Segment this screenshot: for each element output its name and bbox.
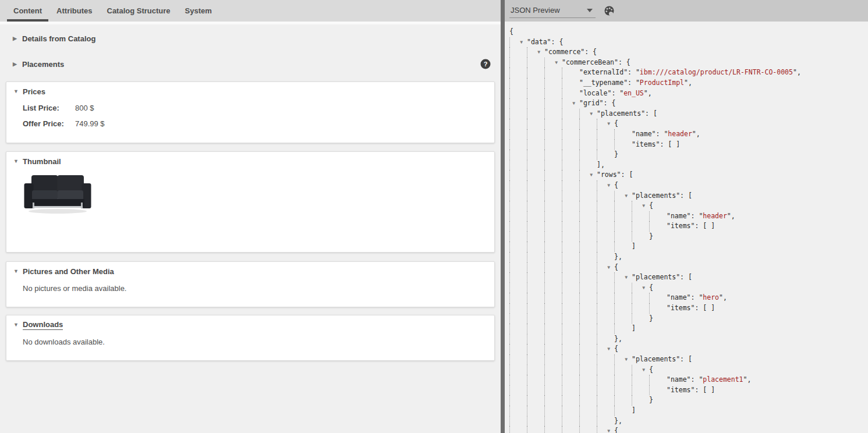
indent-guide xyxy=(527,119,544,129)
collapse-icon[interactable]: ▼ xyxy=(13,320,23,330)
indent-guide xyxy=(579,232,597,242)
indent-guide xyxy=(527,365,544,375)
indent-guide xyxy=(509,160,527,171)
indent-guide xyxy=(614,314,632,324)
downloads-empty-text: No downloads available. xyxy=(6,338,494,346)
collapse-toggle-icon[interactable]: ▼ xyxy=(527,47,544,58)
indent-guide xyxy=(544,191,562,201)
indent-guide xyxy=(509,344,527,354)
tab-attributes[interactable]: Attributes xyxy=(50,0,98,22)
indent-guide xyxy=(527,221,544,232)
indent-guide xyxy=(597,150,614,160)
section-pictures-and-other-media[interactable]: ▼ Pictures and Other Media xyxy=(6,262,494,276)
indent-guide xyxy=(579,191,597,201)
indent-guide xyxy=(544,221,562,232)
indent-guide xyxy=(527,283,544,293)
collapse-toggle-icon[interactable]: ▼ xyxy=(579,170,597,180)
indent-guide xyxy=(527,201,544,211)
indent-guide xyxy=(527,140,544,150)
json-line: "locale": "en_US", xyxy=(509,88,868,99)
indent-guide xyxy=(544,160,562,171)
json-line: ▼{ xyxy=(509,201,868,211)
palette-icon[interactable] xyxy=(604,6,615,16)
indent-guide xyxy=(562,426,579,433)
indent-guide xyxy=(614,293,632,303)
indent-guide xyxy=(562,334,579,345)
collapse-toggle-icon[interactable]: ▼ xyxy=(597,262,614,273)
collapse-icon[interactable]: ▼ xyxy=(13,156,23,166)
collapse-toggle-icon[interactable]: ▼ xyxy=(597,119,614,129)
indent-guide xyxy=(562,109,579,119)
indent-guide xyxy=(597,283,614,293)
json-code-text: "name": "placement1", xyxy=(667,375,751,385)
json-line: ] xyxy=(509,242,868,252)
indent-guide xyxy=(562,170,579,180)
indent-guide xyxy=(509,78,527,88)
help-icon[interactable]: ? xyxy=(480,59,491,69)
collapse-toggle-icon[interactable]: ▼ xyxy=(597,180,614,191)
indent-guide xyxy=(562,314,579,324)
collapse-toggle-icon[interactable]: ▼ xyxy=(562,98,579,109)
indent-guide xyxy=(509,426,527,433)
collapse-toggle-icon[interactable]: ▼ xyxy=(632,283,649,293)
collapse-toggle-icon[interactable]: ▼ xyxy=(579,109,597,119)
json-line: { xyxy=(509,27,868,37)
indent-guide xyxy=(544,375,562,385)
json-code-text: "name": "header", xyxy=(632,129,700,140)
collapse-icon[interactable]: ▼ xyxy=(13,86,23,97)
collapse-toggle-icon[interactable]: ▼ xyxy=(632,201,649,211)
indent-guide xyxy=(597,221,614,232)
collapse-toggle-icon[interactable]: ▼ xyxy=(597,426,614,433)
section-details-from-catalog[interactable]: ▶ Details from Catalog xyxy=(0,33,501,44)
tab-content[interactable]: Content xyxy=(7,0,48,22)
indent-guide xyxy=(597,406,614,416)
section-title: Pictures and Other Media xyxy=(23,267,114,276)
json-code-text: ] xyxy=(632,324,636,334)
collapse-toggle-icon[interactable]: ▼ xyxy=(614,191,632,201)
collapse-toggle-icon[interactable]: ▼ xyxy=(544,58,562,68)
tab-catalog-structure[interactable]: Catalog Structure xyxy=(101,0,177,22)
json-line: ▼"placements": [ xyxy=(509,354,868,365)
indent-guide xyxy=(527,385,544,396)
indent-guide xyxy=(509,191,527,201)
indent-guide xyxy=(597,416,614,427)
panel-splitter[interactable] xyxy=(501,0,505,433)
collapse-toggle-icon[interactable]: ▼ xyxy=(614,272,632,283)
json-code-text: { xyxy=(614,262,618,273)
downloads-card: ▼ Downloads No downloads available. xyxy=(6,315,495,361)
json-line: ▼"commerceBean": { xyxy=(509,58,868,68)
preview-mode-select[interactable]: JSON Preview xyxy=(509,4,596,18)
indent-guide xyxy=(579,211,597,222)
indent-guide xyxy=(527,98,544,109)
tab-bar: Content Attributes Catalog Structure Sys… xyxy=(0,0,501,24)
indent-guide xyxy=(544,272,562,283)
collapse-toggle-icon[interactable]: ▼ xyxy=(509,37,527,48)
preview-panel: JSON Preview {▼"data": {▼"commerce": {▼"… xyxy=(505,0,868,433)
indent-guide xyxy=(597,232,614,242)
indent-guide xyxy=(562,283,579,293)
collapse-icon[interactable]: ▼ xyxy=(13,266,23,276)
indent-guide xyxy=(544,150,562,160)
json-line: ▼"rows": [ xyxy=(509,170,868,180)
section-downloads[interactable]: ▼ Downloads xyxy=(6,315,494,330)
indent-guide xyxy=(597,272,614,283)
json-line: ▼{ xyxy=(509,426,868,433)
collapse-toggle-icon[interactable]: ▼ xyxy=(614,354,632,365)
section-placements[interactable]: ▶ Placements ? xyxy=(0,59,501,69)
section-thumbnail[interactable]: ▼ Thumbnail xyxy=(6,152,494,166)
expand-icon[interactable]: ▶ xyxy=(13,59,22,69)
collapse-toggle-icon[interactable]: ▼ xyxy=(597,344,614,354)
json-code-text: { xyxy=(509,27,513,37)
section-prices[interactable]: ▼ Prices xyxy=(6,82,494,97)
expand-icon[interactable]: ▶ xyxy=(13,33,22,44)
indent-guide xyxy=(597,211,614,222)
indent-guide xyxy=(544,395,562,406)
collapse-toggle-icon[interactable]: ▼ xyxy=(632,365,649,375)
indent-guide xyxy=(597,293,614,303)
tab-system[interactable]: System xyxy=(179,0,218,22)
indent-guide xyxy=(509,293,527,303)
indent-guide xyxy=(509,395,527,406)
indent-guide xyxy=(597,191,614,201)
indent-guide xyxy=(579,344,597,354)
pictures-card: ▼ Pictures and Other Media No pictures o… xyxy=(6,261,495,307)
